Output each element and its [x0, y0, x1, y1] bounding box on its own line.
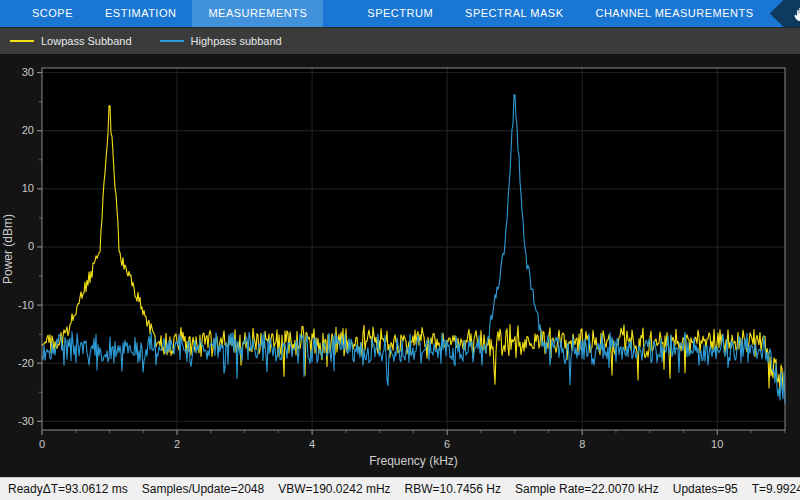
y-tick-label: 30: [22, 66, 34, 78]
x-tick-label: 10: [711, 438, 723, 450]
toolstrip-tabs: SCOPEESTIMATIONMEASUREMENTSSPECTRUMSPECT…: [0, 0, 770, 27]
status-metric: Updates=95: [673, 482, 738, 496]
tab-spectral-mask[interactable]: SPECTRAL MASK: [449, 0, 579, 27]
x-tick-label: 6: [444, 438, 450, 450]
spectrum-plot[interactable]: 0246810-30-20-100102030Frequency (kHz)Po…: [0, 54, 800, 477]
x-tick-label: 8: [579, 438, 585, 450]
legend-line-swatch: [10, 40, 34, 42]
legend-item-highpass[interactable]: Highpass subband: [160, 35, 282, 47]
x-tick-label: 0: [39, 438, 45, 450]
status-metric: ΔT=93.0612 ms: [43, 482, 128, 496]
legend-bar: Lowpass SubbandHighpass subband: [0, 27, 800, 54]
tab-scope[interactable]: SCOPE: [16, 0, 89, 27]
y-tick-label: -10: [18, 299, 34, 311]
y-tick-label: 0: [28, 240, 34, 252]
status-metric: RBW=10.7456 Hz: [405, 482, 501, 496]
legend-line-swatch: [160, 40, 184, 42]
status-metric: T=9.9924: [752, 482, 800, 496]
status-state: Ready: [8, 482, 43, 496]
legend-item-lowpass[interactable]: Lowpass Subband: [10, 35, 132, 47]
y-tick-label: 10: [22, 182, 34, 194]
tab-estimation[interactable]: ESTIMATION: [89, 0, 192, 27]
y-tick-label: -30: [18, 415, 34, 427]
plot-region[interactable]: 0246810-30-20-100102030Frequency (kHz)Po…: [0, 54, 800, 477]
tab-measurements[interactable]: MEASUREMENTS: [192, 0, 323, 27]
status-metric: Samples/Update=2048: [142, 482, 264, 496]
toolstrip-collapse-area: ...: [770, 0, 800, 27]
tab-channel-measurements[interactable]: CHANNEL MEASUREMENTS: [579, 0, 769, 27]
y-axis-label: Power (dBm): [1, 214, 15, 284]
hand-tool-icon[interactable]: [794, 6, 800, 22]
legend-label: Highpass subband: [191, 35, 282, 47]
status-bar: Ready ΔT=93.0612 msSamples/Update=2048VB…: [0, 477, 800, 500]
x-axis-label: Frequency (kHz): [369, 454, 458, 468]
status-metric: Sample Rate=22.0070 kHz: [515, 482, 659, 496]
x-tick-label: 2: [174, 438, 180, 450]
y-tick-label: -20: [18, 357, 34, 369]
status-metrics: ΔT=93.0612 msSamples/Update=2048VBW=190.…: [43, 482, 800, 496]
toolstrip-tabbar: SCOPEESTIMATIONMEASUREMENTSSPECTRUMSPECT…: [0, 0, 800, 27]
spectrum-analyzer-window: SCOPEESTIMATIONMEASUREMENTSSPECTRUMSPECT…: [0, 0, 800, 500]
legend-label: Lowpass Subband: [41, 35, 132, 47]
status-metric: VBW=190.0242 mHz: [278, 482, 390, 496]
x-tick-label: 4: [309, 438, 315, 450]
y-tick-label: 20: [22, 124, 34, 136]
tab-spectrum[interactable]: SPECTRUM: [351, 0, 449, 27]
